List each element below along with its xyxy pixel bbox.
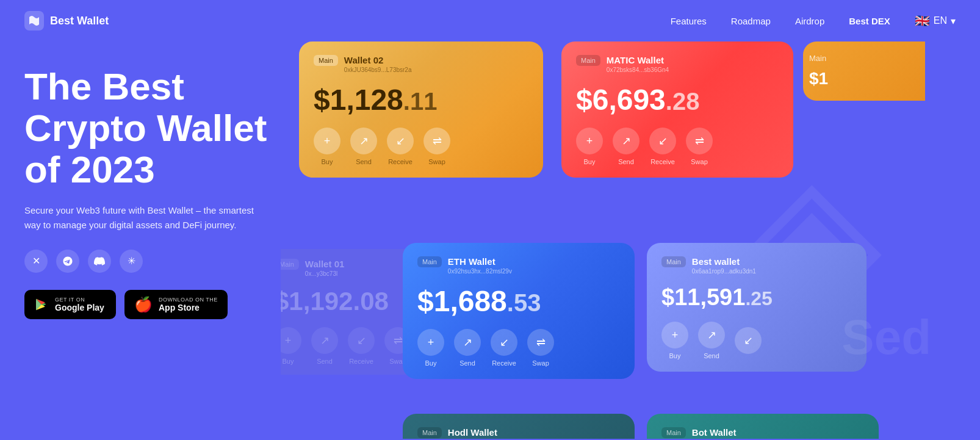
x-twitter-icon[interactable]: ✕ bbox=[24, 250, 48, 273]
card-actions-eth: + Buy ↗ Send ↙ Receive ⇌ Swap bbox=[417, 329, 620, 367]
swap-button-02[interactable]: ⇌ bbox=[423, 128, 450, 154]
send-label-02: Send bbox=[356, 158, 372, 165]
buy-button-02[interactable]: + bbox=[314, 128, 340, 154]
buy-button-01[interactable]: + bbox=[281, 327, 301, 354]
social-icons: ✕ ✳ bbox=[24, 250, 281, 273]
buy-button-eth[interactable]: + bbox=[417, 329, 444, 356]
card-header-eth: Main ETH Wallet 0x92hsu3hx...82msl29v bbox=[417, 256, 620, 275]
swap-label-eth: Swap bbox=[532, 359, 549, 367]
card-action-buy-best: + Buy bbox=[661, 322, 688, 359]
card-action-buy-eth: + Buy bbox=[417, 329, 444, 367]
card-address-02: 0xkJU364bs9...L73bsr2a bbox=[344, 67, 528, 73]
apple-icon: 🍎 bbox=[134, 296, 153, 313]
navbar: Best Wallet Features Roadmap Airdrop Bes… bbox=[0, 0, 980, 41]
card-badge-best: Main bbox=[661, 256, 686, 267]
receive-button-best[interactable]: ↙ bbox=[735, 327, 762, 354]
card-actions-02: + Buy ↗ Send ↙ Receive ⇌ Swap bbox=[314, 128, 528, 165]
card-header-bot: Main Bot Wallet 0xK83s5Tt...O83bsT5 bbox=[661, 427, 864, 439]
card-action-receive-01: ↙ Receive bbox=[348, 327, 375, 365]
card-header-best: Main Best wallet 0x6aa1rop9...adku3dn1 bbox=[661, 256, 852, 275]
chevron-down-icon: ▾ bbox=[951, 15, 956, 27]
card-action-send-01: ↗ Send bbox=[311, 327, 338, 365]
buy-label-01: Buy bbox=[283, 358, 294, 365]
receive-button-02[interactable]: ↙ bbox=[387, 128, 414, 154]
lang-label: EN bbox=[934, 15, 947, 26]
send-label-matic: Send bbox=[618, 158, 634, 165]
wallet-card-partial: Main $1 bbox=[803, 41, 925, 101]
google-play-text: GET IT ON Google Play bbox=[55, 297, 104, 312]
hero-title: The Best Crypto Wallet of 2023 bbox=[24, 66, 281, 191]
card-title-eth: ETH Wallet 0x92hsu3hx...82msl29v bbox=[448, 256, 620, 275]
swap-label-matic: Swap bbox=[691, 158, 708, 165]
language-selector[interactable]: 🇬🇧 EN ▾ bbox=[915, 13, 956, 28]
partial-card-amount: $1 bbox=[809, 69, 919, 88]
receive-label-matic: Receive bbox=[650, 158, 675, 165]
flag-icon: 🇬🇧 bbox=[915, 13, 930, 28]
card-header-hodl: Main Hodl Wallet 0xPNFS53os...OLe72bsr bbox=[417, 427, 620, 439]
app-store-button[interactable]: 🍎 Download on the App Store bbox=[124, 290, 228, 319]
send-button-eth[interactable]: ↗ bbox=[454, 329, 481, 356]
nav-features[interactable]: Features bbox=[671, 16, 707, 26]
card-action-buy-01: + Buy bbox=[281, 327, 301, 365]
card-action-send-eth: ↗ Send bbox=[454, 329, 481, 367]
card-actions-matic: + Buy ↗ Send ↙ Receive ⇌ Swap bbox=[576, 128, 779, 165]
card-name-hodl: Hodl Wallet bbox=[448, 427, 620, 438]
buy-label-matic: Buy bbox=[584, 158, 596, 165]
receive-button-01[interactable]: ↙ bbox=[348, 327, 375, 354]
card-amount-matic: $6,693.28 bbox=[576, 83, 779, 117]
nav-airdrop[interactable]: Airdrop bbox=[795, 16, 824, 26]
swap-button-eth[interactable]: ⇌ bbox=[527, 329, 554, 356]
card-action-buy-02: + Buy bbox=[314, 128, 340, 165]
card-title-bot: Bot Wallet 0xK83s5Tt...O83bsT5 bbox=[692, 427, 864, 439]
store-buttons: GET IT ON Google Play 🍎 Download on the … bbox=[24, 290, 281, 319]
google-play-button[interactable]: GET IT ON Google Play bbox=[24, 290, 116, 319]
other-social-icon[interactable]: ✳ bbox=[120, 250, 143, 273]
buy-label-best: Buy bbox=[669, 352, 681, 359]
buy-button-matic[interactable]: + bbox=[576, 128, 603, 154]
card-address-best: 0x6aa1rop9...adku3dn1 bbox=[692, 268, 852, 275]
nav-roadmap[interactable]: Roadmap bbox=[731, 16, 771, 26]
card-name-matic: MATIC Wallet bbox=[607, 55, 779, 65]
card-title-hodl: Hodl Wallet 0xPNFS53os...OLe72bsr bbox=[448, 427, 620, 439]
card-action-send-02: ↗ Send bbox=[350, 128, 377, 165]
card-action-buy-matic: + Buy bbox=[576, 128, 603, 165]
receive-button-matic[interactable]: ↙ bbox=[649, 128, 676, 154]
receive-label-eth: Receive bbox=[492, 359, 516, 367]
logo[interactable]: Best Wallet bbox=[24, 11, 109, 31]
send-button-02[interactable]: ↗ bbox=[350, 128, 377, 154]
send-button-best[interactable]: ↗ bbox=[698, 322, 725, 348]
telegram-icon[interactable] bbox=[56, 250, 79, 273]
card-amount-best: $11,591.25 bbox=[661, 284, 852, 311]
card-name-bot: Bot Wallet bbox=[692, 427, 864, 438]
nav-links: Features Roadmap Airdrop Best DEX 🇬🇧 EN … bbox=[671, 13, 956, 28]
card-amount-eth: $1,688.53 bbox=[417, 284, 620, 318]
send-button-01[interactable]: ↗ bbox=[311, 327, 338, 354]
receive-label-01: Receive bbox=[349, 358, 373, 365]
nav-bestdex[interactable]: Best DEX bbox=[849, 16, 890, 26]
send-button-matic[interactable]: ↗ bbox=[613, 128, 640, 154]
buy-button-best[interactable]: + bbox=[661, 322, 688, 348]
swap-label-02: Swap bbox=[428, 158, 445, 165]
card-action-receive-02: ↙ Receive bbox=[387, 128, 414, 165]
card-action-receive-matic: ↙ Receive bbox=[649, 128, 676, 165]
card-badge-eth: Main bbox=[417, 256, 442, 267]
card-address-matic: 0x72bsks84...sb36Gn4 bbox=[607, 67, 779, 73]
google-play-icon bbox=[34, 297, 49, 312]
send-label-01: Send bbox=[317, 358, 333, 365]
card-badge-matic: Main bbox=[576, 55, 600, 66]
wallet-card-matic: Main MATIC Wallet 0x72bsks84...sb36Gn4 $… bbox=[561, 41, 793, 178]
discord-icon[interactable] bbox=[88, 250, 111, 273]
card-badge-bot: Main bbox=[661, 427, 686, 438]
card-header-matic: Main MATIC Wallet 0x72bsks84...sb36Gn4 bbox=[576, 55, 779, 73]
card-action-receive-eth: ↙ Receive bbox=[491, 329, 517, 367]
card-name-02: Wallet 02 bbox=[344, 55, 528, 65]
card-title-02: Wallet 02 0xkJU364bs9...L73bsr2a bbox=[344, 55, 528, 73]
card-badge-hodl: Main bbox=[417, 427, 442, 438]
card-badge-01: Main bbox=[281, 259, 299, 270]
receive-button-eth[interactable]: ↙ bbox=[491, 329, 517, 356]
card-address-eth: 0x92hsu3hx...82msl29v bbox=[448, 268, 620, 275]
hero-left: The Best Crypto Wallet of 2023 Secure yo… bbox=[24, 41, 281, 439]
swap-button-matic[interactable]: ⇌ bbox=[686, 128, 713, 154]
card-header-02: Main Wallet 02 0xkJU364bs9...L73bsr2a bbox=[314, 55, 528, 73]
card-actions-best: + Buy ↗ Send ↙ bbox=[661, 322, 852, 359]
